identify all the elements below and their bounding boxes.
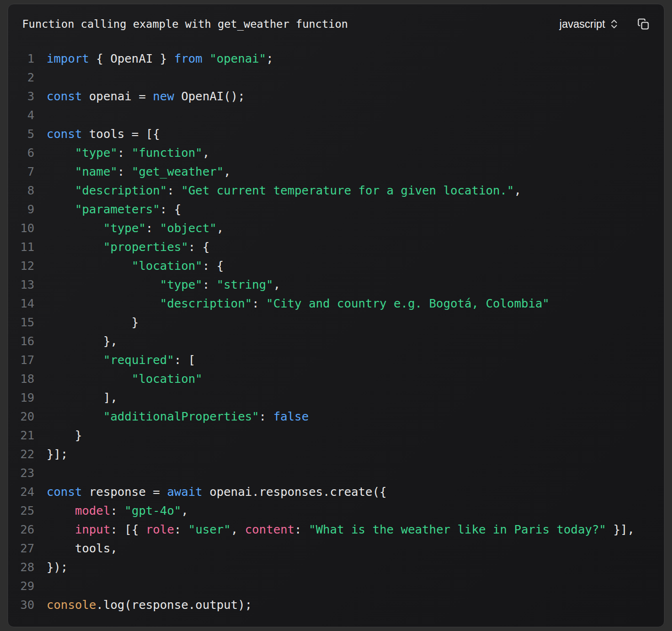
snippet-controls: javascript (560, 17, 650, 31)
language-selector[interactable]: javascript (560, 18, 619, 31)
code-line-content: const tools = [{ (34, 125, 160, 144)
code-snippet-panel: Function calling example with get_weathe… (8, 4, 664, 627)
code-line: 2 (8, 68, 664, 87)
code-line-content (34, 68, 47, 87)
code-line-content: }, (34, 332, 118, 351)
line-number: 2 (8, 68, 34, 87)
code-line: 12 "location": { (8, 257, 664, 275)
code-line-content: "location" (34, 370, 202, 388)
line-number: 10 (8, 219, 34, 238)
line-number: 14 (8, 294, 34, 313)
code-line-content: input: [{ role: "user", content: "What i… (34, 520, 634, 539)
code-line: 20 "additionalProperties": false (8, 407, 664, 426)
line-number: 8 (8, 181, 34, 200)
code-line-content: "type": "function", (34, 144, 209, 162)
code-line-content (34, 464, 47, 483)
code-line: 24const response = await openai.response… (8, 483, 664, 502)
code-line-content: "location": { (34, 257, 224, 275)
line-number: 26 (8, 520, 34, 539)
code-line-content: "parameters": { (34, 200, 181, 219)
code-line: 26 input: [{ role: "user", content: "Wha… (8, 520, 664, 539)
code-line-content (34, 106, 47, 125)
code-line: 28}); (8, 558, 664, 577)
code-line: 17 "required": [ (8, 351, 664, 370)
code-line-content: "additionalProperties": false (34, 407, 309, 426)
line-number: 29 (8, 577, 34, 596)
code-line-content: "type": "object", (34, 219, 224, 238)
line-number: 21 (8, 426, 34, 445)
line-number: 4 (8, 106, 34, 125)
code-lines: 1import { OpenAI } from "openai";23const… (8, 49, 664, 615)
code-line: 21 } (8, 426, 664, 445)
code-line: 8 "description": "Get current temperatur… (8, 181, 664, 200)
code-line-content: }]; (34, 445, 68, 464)
code-line-content: }); (34, 558, 68, 577)
code-line: 5const tools = [{ (8, 125, 664, 144)
code-line: 13 "type": "string", (8, 275, 664, 294)
code-line-content: console.log(response.output); (34, 596, 252, 615)
code-line-content: "description": "City and country e.g. Bo… (34, 294, 550, 313)
line-number: 19 (8, 388, 34, 407)
code-line: 11 "properties": { (8, 238, 664, 257)
line-number: 11 (8, 238, 34, 257)
language-label: javascript (560, 18, 605, 31)
code-line-content: "required": [ (34, 351, 195, 370)
code-line-content: model: "gpt-4o", (34, 502, 188, 520)
code-line-content: ], (34, 388, 118, 407)
line-number: 20 (8, 407, 34, 426)
code-line-content: "properties": { (34, 238, 209, 257)
code-line: 25 model: "gpt-4o", (8, 502, 664, 520)
code-line: 1import { OpenAI } from "openai"; (8, 49, 664, 68)
line-number: 6 (8, 144, 34, 162)
code-block: 1import { OpenAI } from "openai";23const… (8, 44, 664, 627)
snippet-title: Function calling example with get_weathe… (22, 18, 348, 30)
line-number: 22 (8, 445, 34, 464)
code-line-content (34, 577, 47, 596)
code-line-content: } (34, 313, 139, 332)
line-number: 18 (8, 370, 34, 388)
code-line: 3const openai = new OpenAI(); (8, 87, 664, 106)
code-line: 22}]; (8, 445, 664, 464)
line-number: 9 (8, 200, 34, 219)
code-line: 14 "description": "City and country e.g.… (8, 294, 664, 313)
code-line: 7 "name": "get_weather", (8, 162, 664, 181)
code-line: 29 (8, 577, 664, 596)
code-line-content: "description": "Get current temperature … (34, 181, 521, 200)
code-line: 10 "type": "object", (8, 219, 664, 238)
line-number: 12 (8, 257, 34, 275)
line-number: 7 (8, 162, 34, 181)
line-number: 3 (8, 87, 34, 106)
code-snippet-header: Function calling example with get_weathe… (8, 4, 664, 44)
code-line-content: } (34, 426, 82, 445)
line-number: 13 (8, 275, 34, 294)
code-line: 9 "parameters": { (8, 200, 664, 219)
code-line-content: tools, (34, 539, 118, 558)
code-line: 19 ], (8, 388, 664, 407)
code-line: 16 }, (8, 332, 664, 351)
code-line-content: "name": "get_weather", (34, 162, 231, 181)
chevron-up-down-icon (609, 18, 619, 30)
code-line-content: import { OpenAI } from "openai"; (34, 49, 273, 68)
code-line: 15 } (8, 313, 664, 332)
copy-icon (637, 17, 650, 31)
code-line: 6 "type": "function", (8, 144, 664, 162)
line-number: 25 (8, 502, 34, 520)
line-number: 27 (8, 539, 34, 558)
line-number: 23 (8, 464, 34, 483)
copy-button[interactable] (637, 17, 650, 31)
line-number: 24 (8, 483, 34, 502)
code-line-content: "type": "string", (34, 275, 280, 294)
line-number: 15 (8, 313, 34, 332)
code-line: 30console.log(response.output); (8, 596, 664, 615)
code-line-content: const openai = new OpenAI(); (34, 87, 245, 106)
line-number: 28 (8, 558, 34, 577)
line-number: 1 (8, 49, 34, 68)
code-line-content: const response = await openai.responses.… (34, 483, 387, 502)
code-line: 4 (8, 106, 664, 125)
code-line: 27 tools, (8, 539, 664, 558)
line-number: 16 (8, 332, 34, 351)
code-line: 18 "location" (8, 370, 664, 388)
line-number: 30 (8, 596, 34, 615)
code-line: 23 (8, 464, 664, 483)
line-number: 5 (8, 125, 34, 144)
